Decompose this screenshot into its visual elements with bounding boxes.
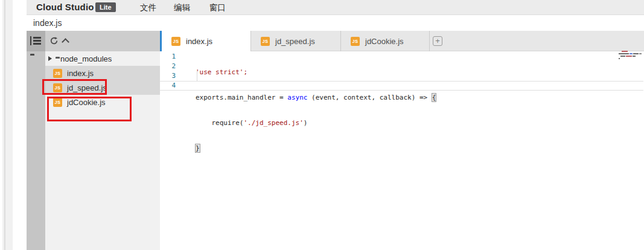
tree-item-label: index.js <box>67 69 94 78</box>
tree-view-icon <box>30 36 42 46</box>
line-number: 2 <box>160 62 176 71</box>
tab-separator <box>429 31 430 51</box>
line-number-gutter: 1 2 3 4 <box>160 52 176 91</box>
minimap-line-segment <box>630 53 633 54</box>
line-number: 3 <box>160 71 176 81</box>
refresh-icon[interactable] <box>49 36 59 48</box>
activity-item-explorer[interactable] <box>27 31 45 51</box>
code-token: async <box>287 94 307 101</box>
code-line-2[interactable]: exports.main_handler = async (event, con… <box>196 93 436 103</box>
app-logo: Cloud Studio <box>36 2 94 12</box>
menu-item-edit[interactable]: 编辑 <box>174 2 190 13</box>
code-token <box>196 119 212 127</box>
tab-label: index.js <box>186 37 212 46</box>
minimap-line-segment <box>633 53 639 54</box>
minimap-line-segment <box>622 51 628 52</box>
code-line-4[interactable]: } <box>196 144 436 153</box>
tab-index-js[interactable]: JS index.js <box>162 31 250 52</box>
tree-item-label: node_modules <box>60 54 112 63</box>
js-file-icon: JS <box>53 69 62 78</box>
code-line-3[interactable]: require('./jd_speed.js') <box>196 118 436 128</box>
minimap[interactable] <box>619 51 644 63</box>
editor-tab-bar: JS index.js JS jd_speed.js JS jdCookie.j… <box>160 31 644 51</box>
active-tab-accent <box>160 31 162 51</box>
tree-item-index-js[interactable]: JS index.js <box>45 66 160 80</box>
sidebar-toolbar <box>45 31 160 51</box>
annotation-rect-jdcookie <box>47 97 132 121</box>
menu-bar: Cloud Studio Lite 文件 编辑 窗口 <box>27 0 644 15</box>
code-token: (event, context, callback) => <box>307 94 431 101</box>
minimap-line-segment <box>619 58 620 59</box>
tab-label: jdCookie.js <box>365 37 404 46</box>
js-file-icon: JS <box>351 37 360 46</box>
annotation-rect-jd-speed <box>42 79 107 95</box>
code-token: exports.main_handler = <box>196 94 287 101</box>
matched-bracket: { <box>432 94 436 101</box>
minimap-line-segment <box>620 56 625 57</box>
minimap-line-segment <box>626 56 632 57</box>
tree-item-node-modules[interactable]: node_modules <box>45 51 160 66</box>
code-area[interactable]: 'use strict'; exports.main_handler = asy… <box>196 52 436 169</box>
line-number: 1 <box>160 52 176 62</box>
tab-jd-speed-js[interactable]: JS jd_speed.js <box>251 31 340 51</box>
minimap-line-segment <box>639 53 642 54</box>
code-token: 'use strict'; <box>196 68 247 76</box>
page-scrollbar-thumb[interactable] <box>4 0 5 250</box>
page-scrollbar[interactable] <box>2 0 13 250</box>
js-file-icon: JS <box>171 37 180 46</box>
line-number: 4 <box>160 81 176 91</box>
minimap-line-segment <box>619 53 629 54</box>
expand-icon[interactable] <box>48 56 52 61</box>
lite-badge: Lite <box>95 2 116 12</box>
js-file-icon: JS <box>261 37 270 46</box>
menu-item-file[interactable]: 文件 <box>140 2 156 13</box>
app-window: Cloud Studio Lite 文件 编辑 窗口 index.js <box>0 0 644 250</box>
minimap-line-segment <box>633 56 636 57</box>
activity-bar <box>27 31 45 250</box>
page-title: index.js <box>33 18 62 28</box>
menu-item-window[interactable]: 窗口 <box>209 2 226 13</box>
new-tab-button[interactable]: + <box>433 36 442 46</box>
sidebar: node_modules JS index.js JS jd_speed.js … <box>45 31 160 250</box>
tab-jdcookie-js[interactable]: JS jdCookie.js <box>341 31 430 51</box>
title-bar: index.js <box>27 15 644 31</box>
code-token: './jd_speed.js' <box>243 119 303 127</box>
code-token: ) <box>304 119 308 127</box>
code-token: require( <box>212 119 244 127</box>
matched-bracket: } <box>196 144 200 152</box>
code-editor[interactable]: 1 2 3 4 'use strict'; exports.main_handl… <box>160 51 644 250</box>
collapse-all-icon[interactable] <box>62 38 69 46</box>
code-line-1[interactable]: 'use strict'; <box>196 68 436 77</box>
tab-label: jd_speed.js <box>275 37 315 46</box>
